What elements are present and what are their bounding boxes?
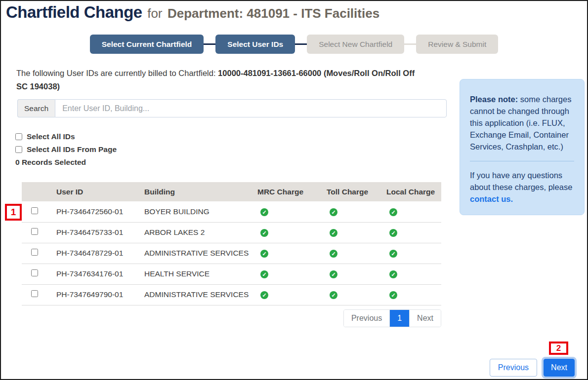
please-note-panel: Please note: some charges cannot be chan… — [460, 79, 585, 215]
step-connector — [295, 43, 307, 45]
cell-user-id: PH-7346478729-01 — [52, 243, 140, 264]
header-local-charge: Local Charge — [382, 182, 441, 201]
note-heading: Please note: — [470, 95, 518, 104]
select-all-ids-label[interactable]: Select All IDs — [27, 132, 75, 141]
step-select-new-chartfield[interactable]: Select New Chartfield — [307, 35, 404, 54]
step-connector — [204, 43, 215, 45]
note-paragraph: Please note: some charges cannot be chan… — [470, 93, 574, 152]
cell-user-id: PH-7347649790-01 — [52, 284, 140, 305]
header-mrc-charge: MRC Charge — [253, 182, 323, 201]
next-button[interactable]: Next — [544, 359, 575, 377]
selection-controls: Select All IDs Select All IDs From Page … — [15, 132, 117, 167]
table-pagination: Previous 1 Next — [22, 309, 441, 327]
cell-building: HEALTH SERVICE — [140, 264, 253, 284]
cell-building: BOYER BUILDING — [140, 201, 253, 222]
step-review-submit[interactable]: Review & Submit — [416, 35, 498, 54]
step-wizard: Select Current Chartfield Select User ID… — [1, 35, 587, 54]
table-row: PH-7346472560-01 BOYER BUILDING — [22, 201, 441, 222]
check-circle-icon — [260, 208, 268, 216]
pagination-previous-button[interactable]: Previous — [344, 310, 389, 327]
select-all-ids-page-row[interactable]: Select All IDs From Page — [15, 145, 117, 154]
records-selected-count: 0 Records Selected — [15, 158, 117, 167]
header-checkbox-column — [22, 182, 52, 201]
row-checkbox[interactable] — [31, 228, 38, 235]
row-checkbox[interactable] — [31, 290, 38, 297]
user-ids-table: User ID Building MRC Charge Toll Charge … — [22, 182, 441, 305]
header-user-id: User ID — [52, 182, 140, 201]
step-connector — [404, 43, 416, 45]
check-circle-icon — [260, 250, 268, 258]
cell-building: ARBOR LAKES 2 — [140, 222, 253, 243]
billed-chartfield-lead: The following User IDs are currently bil… — [16, 69, 216, 77]
step-select-current-chartfield[interactable]: Select Current Chartfield — [90, 35, 204, 54]
header-building: Building — [140, 182, 253, 201]
pagination-group: Previous 1 Next — [343, 309, 441, 327]
check-circle-icon — [389, 291, 397, 299]
previous-button[interactable]: Previous — [490, 359, 537, 377]
note-question: If you have any questions about these ch… — [470, 169, 574, 205]
step-select-user-ids[interactable]: Select User IDs — [215, 35, 295, 54]
page-title-department: Department: 481091 - ITS Facilities — [168, 6, 379, 21]
cell-building: ADMINISTRATIVE SERVICES — [140, 243, 253, 264]
chartfield-change-page: Chartfield Change for Department: 481091… — [0, 0, 588, 380]
check-circle-icon — [330, 250, 337, 258]
check-circle-icon — [389, 208, 397, 216]
table-row: PH-7346478729-01 ADMINISTRATIVE SERVICES — [22, 243, 441, 264]
annotation-step-1: 1 — [5, 204, 22, 221]
row-checkbox[interactable] — [31, 207, 38, 214]
table-header-row: User ID Building MRC Charge Toll Charge … — [22, 182, 441, 201]
search-input[interactable] — [55, 99, 447, 117]
pagination-page-1-button[interactable]: 1 — [389, 310, 409, 327]
check-circle-icon — [260, 229, 268, 237]
header-toll-charge: Toll Charge — [323, 182, 382, 201]
select-all-ids-checkbox[interactable] — [15, 133, 22, 140]
page-title-connector: for — [147, 6, 162, 21]
page-title: Chartfield Change for Department: 481091… — [6, 3, 379, 22]
check-circle-icon — [389, 250, 397, 258]
row-checkbox[interactable] — [31, 249, 38, 256]
check-circle-icon — [330, 270, 337, 278]
table-row: PH-7346475733-01 ARBOR LAKES 2 — [22, 222, 441, 243]
cell-user-id: PH-7346475733-01 — [52, 222, 140, 243]
select-all-ids-row[interactable]: Select All IDs — [15, 132, 117, 141]
search-group: Search — [17, 99, 447, 117]
contact-us-link[interactable]: contact us. — [470, 194, 513, 203]
check-circle-icon — [260, 291, 268, 299]
note-question-text: If you have any questions about these ch… — [470, 171, 572, 191]
annotation-step-2: 2 — [549, 342, 568, 355]
pagination-next-button[interactable]: Next — [409, 310, 441, 327]
note-divider — [470, 161, 574, 161]
cell-user-id: PH-7346472560-01 — [52, 201, 140, 222]
check-circle-icon — [330, 229, 337, 237]
billed-chartfield-text: The following User IDs are currently bil… — [16, 67, 425, 93]
footer-navigation: Previous Next — [490, 359, 575, 377]
table-row: PH-7347649790-01 ADMINISTRATIVE SERVICES — [22, 284, 441, 305]
select-all-ids-page-label[interactable]: Select All IDs From Page — [27, 145, 117, 154]
cell-building: ADMINISTRATIVE SERVICES — [140, 284, 253, 305]
table-row: PH-7347634176-01 HEALTH SERVICE — [22, 264, 441, 284]
page-title-main: Chartfield Change — [6, 3, 142, 21]
search-label: Search — [17, 99, 55, 117]
select-all-ids-page-checkbox[interactable] — [15, 146, 22, 153]
check-circle-icon — [260, 270, 268, 278]
check-circle-icon — [330, 291, 337, 299]
cell-user-id: PH-7347634176-01 — [52, 264, 140, 284]
row-checkbox[interactable] — [31, 269, 38, 276]
check-circle-icon — [330, 208, 337, 216]
check-circle-icon — [389, 270, 397, 278]
check-circle-icon — [389, 229, 397, 237]
